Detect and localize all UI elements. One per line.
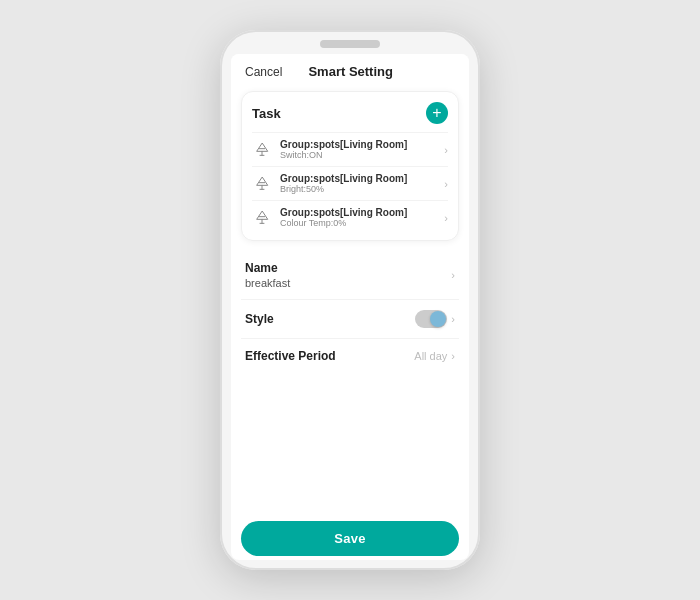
style-chevron-icon: ›	[451, 313, 455, 325]
task-item[interactable]: Group:spots[Living Room] Bright:50% ›	[252, 166, 448, 200]
task-name: Group:spots[Living Room]	[280, 139, 444, 150]
style-toggle[interactable]	[415, 310, 447, 328]
effective-period-right: All day ›	[414, 350, 455, 362]
cancel-button[interactable]: Cancel	[245, 65, 282, 79]
task-name: Group:spots[Living Room]	[280, 207, 444, 218]
toggle-knob	[430, 311, 446, 327]
svg-marker-4	[257, 177, 268, 185]
save-button-container: Save	[231, 513, 469, 560]
effective-period-chevron-icon: ›	[451, 350, 455, 362]
lamp-icon	[252, 140, 272, 160]
task-card-header: Task +	[252, 102, 448, 124]
lamp-icon	[252, 208, 272, 228]
app-header: Cancel Smart Setting	[231, 54, 469, 85]
task-item[interactable]: Group:spots[Living Room] Switch:ON ›	[252, 132, 448, 166]
task-section-title: Task	[252, 106, 281, 121]
task-sub: Colour Temp:0%	[280, 218, 444, 228]
task-item[interactable]: Group:spots[Living Room] Colour Temp:0% …	[252, 200, 448, 234]
phone-notch	[320, 40, 380, 48]
style-label: Style	[245, 312, 274, 326]
task-text: Group:spots[Living Room] Switch:ON	[280, 139, 444, 160]
lamp-icon	[252, 174, 272, 194]
plus-icon: +	[432, 105, 441, 121]
page-title: Smart Setting	[308, 64, 393, 79]
task-sub: Bright:50%	[280, 184, 444, 194]
task-name: Group:spots[Living Room]	[280, 173, 444, 184]
name-value: breakfast	[245, 277, 290, 289]
effective-period-label: Effective Period	[245, 349, 336, 363]
screen-content: Task +	[231, 85, 469, 513]
phone-frame: Cancel Smart Setting Task +	[220, 30, 480, 570]
phone-screen: Cancel Smart Setting Task +	[231, 54, 469, 560]
task-text: Group:spots[Living Room] Colour Temp:0%	[280, 207, 444, 228]
svg-marker-8	[257, 211, 268, 219]
name-row[interactable]: Name breakfast ›	[241, 251, 459, 300]
style-row[interactable]: Style ›	[241, 300, 459, 339]
task-text: Group:spots[Living Room] Bright:50%	[280, 173, 444, 194]
task-chevron-icon: ›	[444, 178, 448, 190]
svg-marker-0	[257, 143, 268, 151]
task-card: Task +	[241, 91, 459, 241]
task-sub: Switch:ON	[280, 150, 444, 160]
task-chevron-icon: ›	[444, 212, 448, 224]
name-label: Name	[245, 261, 290, 275]
save-button[interactable]: Save	[241, 521, 459, 556]
toggle-track	[415, 310, 447, 328]
name-field: Name breakfast	[245, 261, 290, 289]
effective-period-value: All day	[414, 350, 447, 362]
task-chevron-icon: ›	[444, 144, 448, 156]
add-task-button[interactable]: +	[426, 102, 448, 124]
effective-period-row[interactable]: Effective Period All day ›	[241, 339, 459, 373]
style-right: ›	[415, 310, 455, 328]
name-chevron: ›	[451, 269, 455, 281]
